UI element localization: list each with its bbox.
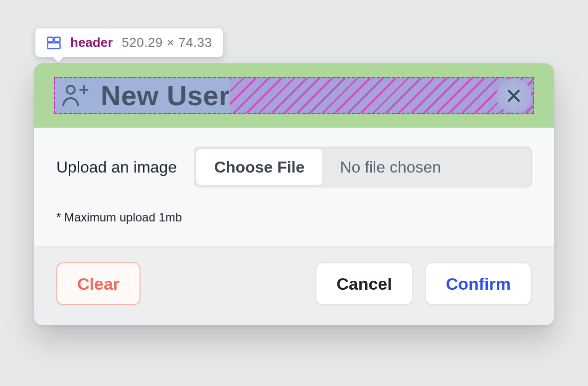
file-status-text: No file chosen [325,147,532,188]
dialog-title-block: New User [55,78,230,113]
dialog-header-margin-overlay: New User [34,63,554,128]
dialog-header: New User [54,77,534,114]
layout-icon [46,35,61,50]
add-user-icon [60,81,89,110]
new-user-dialog: New User Upload an image Choose File No … [34,63,554,325]
cancel-button[interactable]: Cancel [315,262,413,305]
file-input[interactable]: Choose File No file chosen [194,147,532,188]
upload-label: Upload an image [56,158,177,177]
upload-note: * Maximum upload 1mb [56,210,532,224]
confirm-button[interactable]: Confirm [425,262,532,305]
dialog-body: Upload an image Choose File No file chos… [34,128,554,247]
upload-row: Upload an image Choose File No file chos… [56,147,532,188]
close-button[interactable] [496,78,531,113]
close-icon [505,87,522,104]
svg-rect-0 [48,37,53,41]
svg-rect-1 [54,37,60,41]
dialog-title: New User [101,79,230,112]
inspected-tag-name: header [70,35,113,50]
clear-button[interactable]: Clear [56,262,141,305]
svg-rect-2 [48,43,60,48]
devtools-element-tooltip: header 520.29 × 74.33 [35,28,223,57]
dialog-footer: Clear Cancel Confirm [34,247,554,325]
svg-point-3 [67,85,75,93]
choose-file-button[interactable]: Choose File [196,149,323,186]
inspected-dimensions: 520.29 × 74.33 [122,35,212,50]
